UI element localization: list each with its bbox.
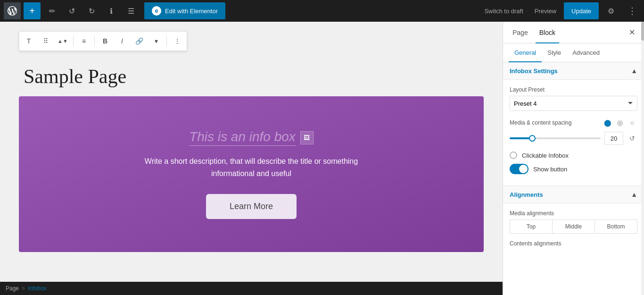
info-icon: ℹ	[110, 7, 113, 16]
page-title: Sample Page	[24, 65, 484, 88]
breadcrumb: Page > Infobox	[0, 282, 503, 295]
panel-content: Infobox Settings ▲ Layout Preset Preset …	[503, 62, 644, 295]
layout-preset-row: Layout Preset Preset 1 Preset 2 Preset 3…	[510, 86, 637, 111]
layout-preset-select[interactable]: Preset 1 Preset 2 Preset 3 Preset 4 Pres…	[510, 96, 637, 111]
show-button-row: Show button	[510, 164, 637, 174]
media-spacing-row: Media & content spacing ⬤ ◎ ○	[510, 118, 637, 145]
plus-icon: +	[29, 6, 35, 17]
infobox-container: This is an info box 🖼 Write a short desc…	[19, 96, 484, 252]
alignments-header[interactable]: Alignments ▲	[503, 186, 644, 203]
media-align-center-button[interactable]: ◎	[615, 118, 625, 128]
contents-alignments-row: Contents alignments	[510, 240, 637, 247]
dots-icon: ⋮	[174, 37, 181, 45]
infobox-media-icon-button[interactable]: 🖼	[300, 131, 314, 144]
block-drag-button[interactable]: ⠿	[38, 34, 53, 49]
more-block-options-button[interactable]: ▾	[149, 34, 164, 49]
learn-more-button[interactable]: Learn More	[206, 194, 297, 219]
wordpress-icon	[8, 6, 17, 16]
block-align-button[interactable]: ≡	[76, 34, 91, 49]
more-options-button[interactable]: ⋮	[623, 2, 640, 19]
redo-icon: ↻	[89, 7, 95, 16]
redo-button[interactable]: ↻	[83, 2, 100, 19]
top-toolbar: + ✏ ↺ ↻ ℹ ☰ e Edit with Elementor Switch…	[0, 0, 644, 22]
block-type-button[interactable]: T	[21, 34, 36, 49]
media-align-right-button[interactable]: ○	[627, 118, 637, 128]
italic-icon: I	[121, 37, 123, 45]
edit-with-elementor-button[interactable]: e Edit with Elementor	[144, 2, 225, 19]
add-block-button[interactable]: +	[24, 2, 41, 19]
spacing-reset-button[interactable]: ↺	[627, 133, 637, 143]
panel-tab-row: Page Block ✕	[503, 22, 644, 43]
align-right-icon: ○	[630, 119, 634, 126]
list-icon: ☰	[128, 7, 134, 16]
spacing-slider-track[interactable]	[510, 137, 601, 139]
panel-close-button[interactable]: ✕	[625, 26, 638, 39]
block-toolbar: T ⠿ ▲▼ ≡ B I 🔗 ▾	[19, 31, 187, 51]
chevron-down-icon: ▾	[155, 37, 158, 45]
alignments-body: Media alignments Top Middle Bottom Conte…	[503, 203, 644, 260]
tab-page-label: Page	[512, 29, 528, 36]
media-spacing-label-row: Media & content spacing ⬤ ◎ ○	[510, 118, 637, 128]
settings-button[interactable]: ⚙	[603, 2, 619, 19]
bold-button[interactable]: B	[98, 34, 113, 49]
sub-tab-advanced[interactable]: Advanced	[567, 44, 605, 62]
infobox-settings-header[interactable]: Infobox Settings ▲	[503, 62, 644, 80]
media-align-middle-button[interactable]: Middle	[552, 219, 594, 234]
slider-row: 20 ↺	[510, 132, 637, 145]
right-panel: Page Block ✕ General Style Advanced	[503, 22, 644, 295]
tab-block[interactable]: Block	[536, 22, 559, 43]
wp-logo[interactable]	[4, 2, 21, 19]
tab-page[interactable]: Page	[509, 22, 532, 43]
update-button[interactable]: Update	[564, 2, 599, 19]
media-alignments-row: Media alignments Top Middle Bottom	[510, 210, 637, 234]
undo-button[interactable]: ↺	[63, 2, 80, 19]
layout-preset-label: Layout Preset	[510, 86, 637, 93]
panel-scrollbar-thumb	[641, 22, 644, 41]
clickable-infobox-label: Clickable Infobox	[522, 152, 569, 159]
chevron-up-icon: ▲	[631, 67, 637, 75]
spacing-value-display: 20	[604, 132, 623, 145]
drag-icon: ⠿	[43, 37, 48, 45]
bold-icon: B	[103, 37, 107, 45]
link-button[interactable]: 🔗	[132, 34, 147, 49]
alignments-chevron-icon: ▲	[631, 191, 637, 198]
media-spacing-label: Media & content spacing	[510, 119, 571, 126]
info-button[interactable]: ℹ	[103, 2, 120, 19]
switch-to-draft-button[interactable]: Switch to draft	[480, 8, 527, 15]
media-align-top-button[interactable]: Top	[510, 219, 552, 234]
preview-button[interactable]: Preview	[531, 8, 560, 15]
image-icon: 🖼	[304, 134, 310, 141]
undo-icon: ↺	[69, 7, 75, 16]
media-align-left-button[interactable]: ⬤	[603, 118, 613, 128]
block-more-menu-button[interactable]: ⋮	[170, 34, 185, 49]
show-button-toggle[interactable]	[510, 164, 528, 174]
sub-tab-general-label: General	[514, 49, 536, 56]
toolbar-separator-3	[166, 35, 167, 47]
tab-block-label: Block	[539, 29, 555, 36]
media-alignments-label: Media alignments	[510, 210, 637, 217]
list-view-button[interactable]: ☰	[123, 2, 140, 19]
toolbar-right: Switch to draft Preview Update ⚙ ⋮	[480, 2, 640, 19]
align-center-icon: ◎	[617, 119, 623, 126]
media-align-bottom-button[interactable]: Bottom	[594, 219, 637, 234]
type-icon: T	[27, 37, 31, 45]
clickable-infobox-toggle[interactable]	[510, 152, 517, 159]
sub-tab-general[interactable]: General	[509, 44, 542, 62]
breadcrumb-page[interactable]: Page	[6, 285, 19, 292]
breadcrumb-infobox[interactable]: Infobox	[28, 285, 46, 292]
main-layout: T ⠿ ▲▼ ≡ B I 🔗 ▾	[0, 22, 644, 295]
arrows-icon: ▲▼	[58, 38, 68, 44]
infobox-settings-title: Infobox Settings	[510, 67, 558, 75]
slider-thumb[interactable]	[529, 135, 536, 142]
gear-icon: ⚙	[608, 7, 614, 16]
contents-alignments-label: Contents alignments	[510, 240, 637, 247]
breadcrumb-separator: >	[22, 285, 25, 292]
block-move-button[interactable]: ▲▼	[55, 34, 70, 49]
sub-tab-style[interactable]: Style	[542, 44, 567, 62]
italic-button[interactable]: I	[115, 34, 130, 49]
close-icon: ✕	[629, 28, 635, 37]
elementor-button-label: Edit with Elementor	[165, 8, 218, 15]
align-left-icon: ⬤	[604, 119, 611, 126]
edit-tools-button[interactable]: ✏	[43, 2, 60, 19]
panel-scrollbar[interactable]	[641, 22, 644, 295]
